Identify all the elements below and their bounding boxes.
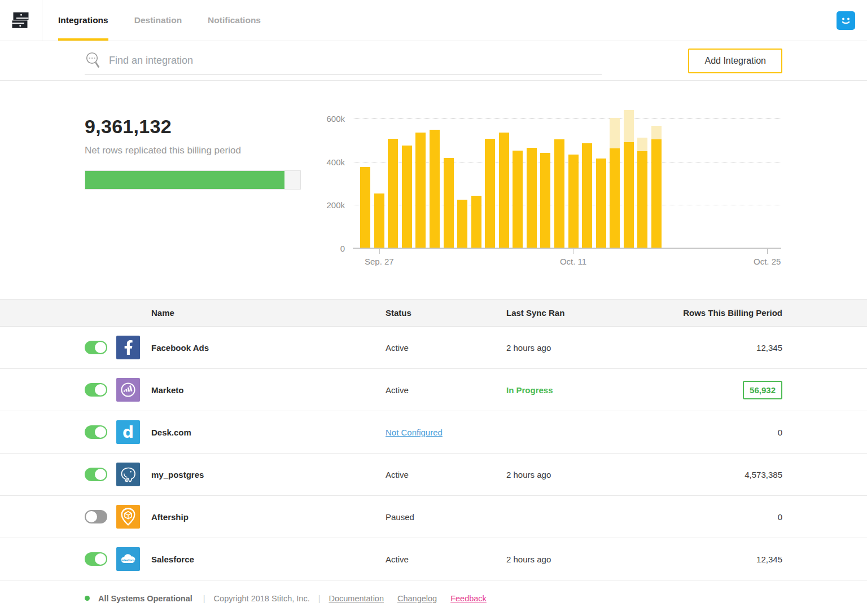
footer-link-feedback[interactable]: Feedback <box>450 594 487 603</box>
chart-bar-sep-28 <box>388 139 398 248</box>
status-text: Active <box>386 385 409 395</box>
toggle-knob <box>95 553 106 565</box>
bar-segment-replicated <box>610 148 620 248</box>
chart-bar-oct-17 <box>651 126 662 248</box>
table-row-facebook-ads[interactable]: Facebook AdsActive2 hours ago12,345 <box>0 327 867 369</box>
not-configured-link[interactable]: Not Configured <box>386 428 443 437</box>
bar-segment-in-progress <box>624 110 634 142</box>
bar-segment-replicated <box>430 130 440 248</box>
bar-segment-replicated <box>402 146 412 248</box>
search-section: Add Integration <box>0 41 867 81</box>
x-axis-tick-label: Sep. 27 <box>365 257 394 266</box>
integration-name: my_postgres <box>151 470 386 479</box>
toggle-knob <box>95 342 106 353</box>
rows-count-badge: 56,932 <box>743 381 782 399</box>
footer-links: DocumentationChangelogFeedback <box>329 594 486 603</box>
integration-toggle-on[interactable] <box>85 552 107 566</box>
rows-count: 0 <box>778 512 782 522</box>
chart-bar-oct-13 <box>596 159 606 248</box>
x-axis-line <box>353 248 781 249</box>
bar-segment-in-progress <box>637 138 647 152</box>
x-axis-tick-label: Oct. 11 <box>560 257 586 266</box>
column-header-name: Name <box>151 308 386 318</box>
chart-bar-oct-16 <box>637 138 647 248</box>
system-status-dot <box>85 596 90 601</box>
chart-y-axis: 600k400k200k0 <box>301 108 353 249</box>
last-sync-text: In Progress <box>506 385 658 395</box>
toggle-knob <box>95 384 106 395</box>
y-axis-tick-label: 0 <box>340 244 345 253</box>
tab-integrations[interactable]: Integrations <box>58 0 108 41</box>
y-axis-tick-label: 200k <box>326 200 345 210</box>
chart-bar-oct-11 <box>568 155 579 248</box>
status-text: Paused <box>386 512 414 522</box>
table-row-desk-com[interactable]: dDesk.comNot Configured0 <box>0 411 867 454</box>
bar-segment-replicated <box>499 133 509 248</box>
bar-segment-in-progress <box>610 118 620 148</box>
chart-bar-oct-15 <box>624 110 634 248</box>
table-row-aftership[interactable]: AftershipPaused0 <box>0 496 867 538</box>
x-axis-tick <box>767 249 768 254</box>
chart-bar-sep-26 <box>360 167 370 248</box>
footer-separator: | <box>318 594 321 603</box>
column-header-status: Status <box>386 308 506 318</box>
table-row-my-postgres[interactable]: my_postgresActive2 hours ago4,573,385 <box>0 454 867 496</box>
y-axis-tick-label: 600k <box>326 114 345 124</box>
rows-count: 12,345 <box>756 555 782 564</box>
table-row-salesforce[interactable]: salesforceSalesforceActive2 hours ago12,… <box>0 538 867 580</box>
smiley-icon <box>837 11 855 30</box>
bar-segment-replicated <box>360 167 370 248</box>
integration-toggle-on[interactable] <box>85 341 107 354</box>
last-sync-text: 2 hours ago <box>506 470 658 479</box>
footer-link-documentation[interactable]: Documentation <box>329 594 384 603</box>
chart-bar-oct-14 <box>610 118 620 248</box>
chart-bar-oct-7 <box>513 151 523 248</box>
bar-segment-replicated <box>596 159 606 248</box>
table-row-marketo[interactable]: MarketoActiveIn Progress56,932 <box>0 369 867 411</box>
integration-toggle-on[interactable] <box>85 425 107 439</box>
footer: All Systems Operational | Copyright 2018… <box>0 580 867 616</box>
aftership-icon <box>116 505 140 529</box>
status-text: Active <box>386 470 409 479</box>
stitch-logo-icon <box>11 10 31 30</box>
bar-segment-replicated <box>568 155 579 248</box>
footer-link-changelog[interactable]: Changelog <box>397 594 437 603</box>
total-rows-label: Net rows replicated this billing period <box>85 145 301 156</box>
copyright-text: Copyright 2018 Stitch, Inc. <box>214 594 310 603</box>
chart-bar-oct-6 <box>499 133 509 248</box>
rows-replicated-chart: 600k400k200k0 Sep. 27Oct. 11Oct. 25 <box>301 108 782 299</box>
user-menu-button[interactable] <box>837 11 855 30</box>
integration-toggle-on[interactable] <box>85 383 107 397</box>
table-header-row: Name Status Last Sync Ran Rows This Bill… <box>0 300 867 327</box>
chart-bar-oct-1 <box>430 130 440 248</box>
gridline <box>353 118 781 119</box>
usage-summary-section: 9,361,132 Net rows replicated this billi… <box>0 81 867 300</box>
search-input[interactable] <box>109 55 538 67</box>
system-status-text: All Systems Operational <box>98 594 192 603</box>
usage-progress-fill <box>85 171 284 189</box>
bar-segment-replicated <box>637 151 647 248</box>
chart-bar-sep-30 <box>415 133 426 248</box>
add-integration-button[interactable]: Add Integration <box>688 49 782 73</box>
rows-count: 12,345 <box>756 343 782 353</box>
tab-notifications[interactable]: Notifications <box>208 0 261 41</box>
bar-segment-replicated <box>415 133 426 248</box>
bar-segment-replicated <box>485 139 495 248</box>
bar-segment-replicated <box>651 139 662 248</box>
integration-toggle-on[interactable] <box>85 468 107 481</box>
chart-bar-oct-3 <box>457 200 467 248</box>
salesforce-icon: salesforce <box>116 547 140 571</box>
stitch-logo[interactable] <box>0 0 42 41</box>
bar-segment-replicated <box>471 196 481 248</box>
bar-segment-replicated <box>457 200 467 248</box>
svg-text:salesforce: salesforce <box>120 558 137 562</box>
toggle-knob <box>86 511 97 522</box>
integration-toggle-off[interactable] <box>85 510 107 523</box>
chart-plot-area: Sep. 27Oct. 11Oct. 25 <box>353 108 781 249</box>
total-rows-value: 9,361,132 <box>85 116 301 138</box>
x-axis-tick <box>379 249 380 254</box>
tab-destination[interactable]: Destination <box>134 0 182 41</box>
search-underline <box>85 74 602 75</box>
integration-name: Desk.com <box>151 428 386 437</box>
chart-bar-oct-9 <box>540 153 550 248</box>
